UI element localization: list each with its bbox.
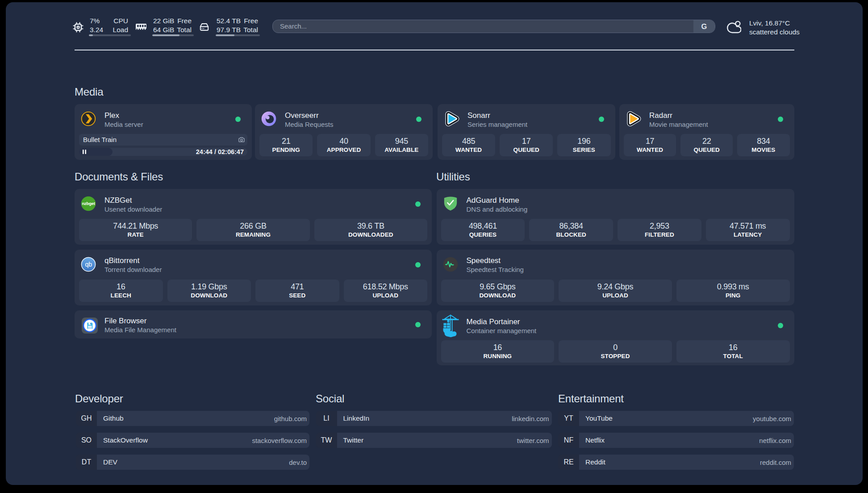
- svg-text:qb: qb: [85, 260, 92, 267]
- svg-text:nzbget: nzbget: [82, 201, 95, 206]
